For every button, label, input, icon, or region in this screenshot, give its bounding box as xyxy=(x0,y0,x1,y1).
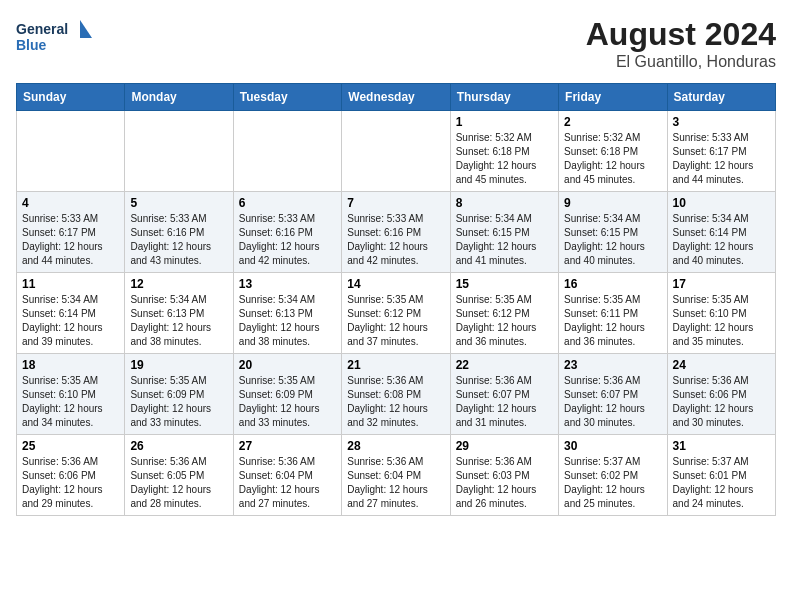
day-info: Sunrise: 5:35 AM Sunset: 6:12 PM Dayligh… xyxy=(347,293,444,349)
page-subtitle: El Guantillo, Honduras xyxy=(586,53,776,71)
calendar-cell: 24Sunrise: 5:36 AM Sunset: 6:06 PM Dayli… xyxy=(667,354,775,435)
day-info: Sunrise: 5:36 AM Sunset: 6:08 PM Dayligh… xyxy=(347,374,444,430)
day-info: Sunrise: 5:36 AM Sunset: 6:06 PM Dayligh… xyxy=(673,374,770,430)
day-number: 2 xyxy=(564,115,661,129)
day-info: Sunrise: 5:33 AM Sunset: 6:16 PM Dayligh… xyxy=(239,212,336,268)
calendar-cell: 23Sunrise: 5:36 AM Sunset: 6:07 PM Dayli… xyxy=(559,354,667,435)
day-info: Sunrise: 5:34 AM Sunset: 6:15 PM Dayligh… xyxy=(456,212,553,268)
day-info: Sunrise: 5:36 AM Sunset: 6:06 PM Dayligh… xyxy=(22,455,119,511)
day-number: 5 xyxy=(130,196,227,210)
calendar-cell: 18Sunrise: 5:35 AM Sunset: 6:10 PM Dayli… xyxy=(17,354,125,435)
weekday-header: Tuesday xyxy=(233,84,341,111)
day-number: 24 xyxy=(673,358,770,372)
day-number: 26 xyxy=(130,439,227,453)
day-number: 12 xyxy=(130,277,227,291)
calendar-cell: 1Sunrise: 5:32 AM Sunset: 6:18 PM Daylig… xyxy=(450,111,558,192)
day-number: 31 xyxy=(673,439,770,453)
day-info: Sunrise: 5:34 AM Sunset: 6:13 PM Dayligh… xyxy=(130,293,227,349)
day-info: Sunrise: 5:34 AM Sunset: 6:14 PM Dayligh… xyxy=(673,212,770,268)
calendar-cell xyxy=(125,111,233,192)
calendar-week-row: 1Sunrise: 5:32 AM Sunset: 6:18 PM Daylig… xyxy=(17,111,776,192)
day-info: Sunrise: 5:36 AM Sunset: 6:05 PM Dayligh… xyxy=(130,455,227,511)
day-info: Sunrise: 5:33 AM Sunset: 6:16 PM Dayligh… xyxy=(347,212,444,268)
calendar-cell: 13Sunrise: 5:34 AM Sunset: 6:13 PM Dayli… xyxy=(233,273,341,354)
weekday-header: Sunday xyxy=(17,84,125,111)
calendar-week-row: 25Sunrise: 5:36 AM Sunset: 6:06 PM Dayli… xyxy=(17,435,776,516)
day-info: Sunrise: 5:35 AM Sunset: 6:12 PM Dayligh… xyxy=(456,293,553,349)
day-number: 17 xyxy=(673,277,770,291)
calendar-cell: 27Sunrise: 5:36 AM Sunset: 6:04 PM Dayli… xyxy=(233,435,341,516)
day-info: Sunrise: 5:37 AM Sunset: 6:02 PM Dayligh… xyxy=(564,455,661,511)
title-block: August 2024 El Guantillo, Honduras xyxy=(586,16,776,71)
calendar-cell: 19Sunrise: 5:35 AM Sunset: 6:09 PM Dayli… xyxy=(125,354,233,435)
day-number: 4 xyxy=(22,196,119,210)
day-info: Sunrise: 5:35 AM Sunset: 6:11 PM Dayligh… xyxy=(564,293,661,349)
day-info: Sunrise: 5:33 AM Sunset: 6:17 PM Dayligh… xyxy=(673,131,770,187)
day-number: 28 xyxy=(347,439,444,453)
day-number: 7 xyxy=(347,196,444,210)
day-number: 27 xyxy=(239,439,336,453)
day-info: Sunrise: 5:35 AM Sunset: 6:09 PM Dayligh… xyxy=(239,374,336,430)
day-info: Sunrise: 5:32 AM Sunset: 6:18 PM Dayligh… xyxy=(456,131,553,187)
page-header: General Blue August 2024 El Guantillo, H… xyxy=(16,16,776,71)
calendar-cell: 25Sunrise: 5:36 AM Sunset: 6:06 PM Dayli… xyxy=(17,435,125,516)
calendar-week-row: 18Sunrise: 5:35 AM Sunset: 6:10 PM Dayli… xyxy=(17,354,776,435)
day-number: 25 xyxy=(22,439,119,453)
day-number: 29 xyxy=(456,439,553,453)
day-info: Sunrise: 5:34 AM Sunset: 6:14 PM Dayligh… xyxy=(22,293,119,349)
day-info: Sunrise: 5:37 AM Sunset: 6:01 PM Dayligh… xyxy=(673,455,770,511)
day-info: Sunrise: 5:36 AM Sunset: 6:03 PM Dayligh… xyxy=(456,455,553,511)
page-title: August 2024 xyxy=(586,16,776,53)
calendar-cell: 29Sunrise: 5:36 AM Sunset: 6:03 PM Dayli… xyxy=(450,435,558,516)
calendar-cell xyxy=(342,111,450,192)
svg-marker-2 xyxy=(80,20,92,38)
day-number: 21 xyxy=(347,358,444,372)
calendar-cell: 10Sunrise: 5:34 AM Sunset: 6:14 PM Dayli… xyxy=(667,192,775,273)
calendar-cell: 17Sunrise: 5:35 AM Sunset: 6:10 PM Dayli… xyxy=(667,273,775,354)
calendar-cell: 6Sunrise: 5:33 AM Sunset: 6:16 PM Daylig… xyxy=(233,192,341,273)
calendar-cell: 14Sunrise: 5:35 AM Sunset: 6:12 PM Dayli… xyxy=(342,273,450,354)
day-info: Sunrise: 5:36 AM Sunset: 6:07 PM Dayligh… xyxy=(564,374,661,430)
day-number: 11 xyxy=(22,277,119,291)
day-info: Sunrise: 5:36 AM Sunset: 6:04 PM Dayligh… xyxy=(239,455,336,511)
day-info: Sunrise: 5:33 AM Sunset: 6:16 PM Dayligh… xyxy=(130,212,227,268)
day-info: Sunrise: 5:35 AM Sunset: 6:10 PM Dayligh… xyxy=(22,374,119,430)
day-number: 20 xyxy=(239,358,336,372)
calendar-cell: 26Sunrise: 5:36 AM Sunset: 6:05 PM Dayli… xyxy=(125,435,233,516)
svg-text:General: General xyxy=(16,21,68,37)
calendar-week-row: 11Sunrise: 5:34 AM Sunset: 6:14 PM Dayli… xyxy=(17,273,776,354)
calendar-cell xyxy=(17,111,125,192)
logo: General Blue xyxy=(16,16,96,60)
calendar-cell xyxy=(233,111,341,192)
calendar-cell: 21Sunrise: 5:36 AM Sunset: 6:08 PM Dayli… xyxy=(342,354,450,435)
day-number: 9 xyxy=(564,196,661,210)
weekday-header: Thursday xyxy=(450,84,558,111)
day-number: 10 xyxy=(673,196,770,210)
day-number: 19 xyxy=(130,358,227,372)
day-info: Sunrise: 5:36 AM Sunset: 6:07 PM Dayligh… xyxy=(456,374,553,430)
day-info: Sunrise: 5:35 AM Sunset: 6:09 PM Dayligh… xyxy=(130,374,227,430)
calendar-cell: 20Sunrise: 5:35 AM Sunset: 6:09 PM Dayli… xyxy=(233,354,341,435)
calendar-cell: 31Sunrise: 5:37 AM Sunset: 6:01 PM Dayli… xyxy=(667,435,775,516)
calendar-cell: 30Sunrise: 5:37 AM Sunset: 6:02 PM Dayli… xyxy=(559,435,667,516)
calendar-cell: 7Sunrise: 5:33 AM Sunset: 6:16 PM Daylig… xyxy=(342,192,450,273)
calendar-cell: 2Sunrise: 5:32 AM Sunset: 6:18 PM Daylig… xyxy=(559,111,667,192)
day-info: Sunrise: 5:34 AM Sunset: 6:13 PM Dayligh… xyxy=(239,293,336,349)
calendar-cell: 16Sunrise: 5:35 AM Sunset: 6:11 PM Dayli… xyxy=(559,273,667,354)
day-info: Sunrise: 5:32 AM Sunset: 6:18 PM Dayligh… xyxy=(564,131,661,187)
calendar-week-row: 4Sunrise: 5:33 AM Sunset: 6:17 PM Daylig… xyxy=(17,192,776,273)
day-number: 6 xyxy=(239,196,336,210)
calendar-cell: 28Sunrise: 5:36 AM Sunset: 6:04 PM Dayli… xyxy=(342,435,450,516)
weekday-header: Friday xyxy=(559,84,667,111)
calendar-cell: 15Sunrise: 5:35 AM Sunset: 6:12 PM Dayli… xyxy=(450,273,558,354)
weekday-header: Monday xyxy=(125,84,233,111)
calendar-table: SundayMondayTuesdayWednesdayThursdayFrid… xyxy=(16,83,776,516)
weekday-header: Wednesday xyxy=(342,84,450,111)
weekday-header: Saturday xyxy=(667,84,775,111)
day-number: 23 xyxy=(564,358,661,372)
day-number: 3 xyxy=(673,115,770,129)
calendar-cell: 9Sunrise: 5:34 AM Sunset: 6:15 PM Daylig… xyxy=(559,192,667,273)
logo-svg: General Blue xyxy=(16,16,96,60)
calendar-cell: 22Sunrise: 5:36 AM Sunset: 6:07 PM Dayli… xyxy=(450,354,558,435)
calendar-header-row: SundayMondayTuesdayWednesdayThursdayFrid… xyxy=(17,84,776,111)
